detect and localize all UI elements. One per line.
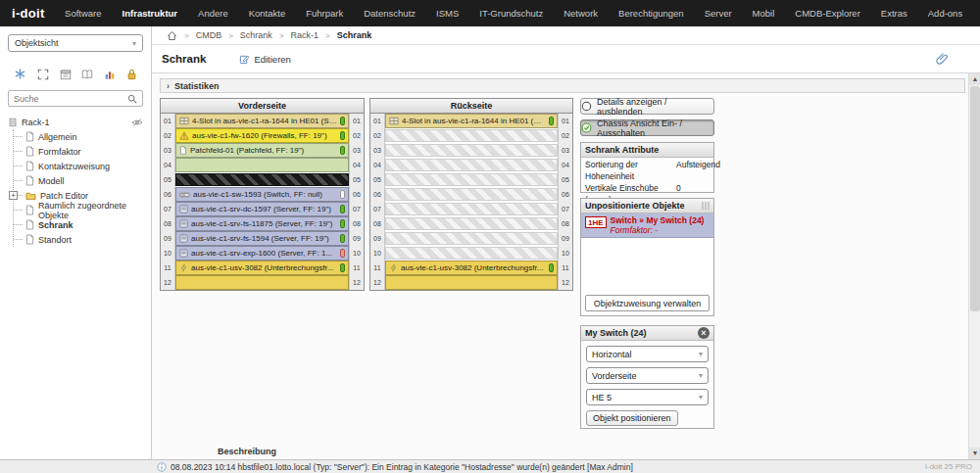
rack-slot-front-12[interactable] (175, 275, 349, 290)
rack-slot-back-01[interactable]: 4-Slot in aus-vie-c1-ra-1644 in HE01 (Sc… (385, 114, 558, 128)
breadcrumb-item-cmdb[interactable]: CMDB (196, 30, 222, 40)
breadcrumb-item-schrank[interactable]: Schrank (240, 30, 272, 40)
eye-slash-icon[interactable] (131, 118, 143, 127)
scrollbar-thumb[interactable] (970, 86, 980, 311)
edit-button[interactable]: Editieren (239, 54, 291, 65)
menu-item-fuhrpark[interactable]: Fuhrpark (296, 0, 354, 26)
tree-item-modell[interactable]: Modell (14, 173, 151, 188)
idoit-logo[interactable]: i-doit (12, 6, 45, 21)
folder-icon (25, 191, 36, 201)
grip-icon[interactable] (702, 202, 710, 210)
menu-item-kontakte[interactable]: Kontakte (238, 0, 296, 26)
rack-slot-back-12[interactable] (385, 275, 558, 290)
file-icon (25, 131, 34, 142)
rack-front-row-02: 02aus-vie-c1-fw-1620 (Firewalls, FF: 19"… (161, 128, 364, 143)
chart-icon[interactable] (104, 69, 116, 80)
rack-slot-front-02[interactable]: aus-vie-c1-fw-1620 (Firewalls, FF: 19") (175, 128, 349, 143)
slot-number: 04 (161, 158, 175, 172)
rack-back-row-07: 0707 (370, 202, 572, 216)
rack-slot-back-10[interactable] (385, 247, 558, 260)
tree-item-standort[interactable]: Standort (14, 232, 151, 247)
chevron-down-icon: ▾ (132, 39, 136, 48)
paperclip-icon[interactable] (936, 51, 949, 69)
height-unit-select[interactable]: HE 5▾ (586, 389, 709, 405)
statistics-collapse-bar[interactable]: › Statistiken (160, 78, 965, 93)
chassis-view-toggle-button[interactable]: Chassis Ansicht Ein- / Ausschalten (580, 119, 714, 136)
rack-slot-back-03[interactable] (385, 144, 558, 157)
rack-slot-back-11[interactable]: aus-vie-c1-usv-3082 (Unterbrechungsfr... (385, 260, 558, 275)
rack-slot-back-06[interactable] (385, 188, 558, 201)
rack-front-row-12: 1212 (161, 275, 364, 290)
details-toggle-button[interactable]: Details anzeigen / ausblenden (580, 98, 714, 115)
rack-front-row-01: 014-Slot in aus-vie-c1-ra-1644 in HE01 (… (161, 114, 364, 128)
home-icon[interactable] (167, 30, 177, 41)
close-icon[interactable]: × (698, 327, 710, 339)
menu-item-mobil[interactable]: Mobil (742, 0, 785, 26)
vertical-scrollbar[interactable]: ▲ ▼ (968, 73, 980, 459)
manage-assignment-button[interactable]: Objektzuweisung verwalten (585, 295, 710, 311)
rack-slot-back-08[interactable] (385, 217, 558, 230)
rack-slot-front-09[interactable]: aus-vie-c1-srv-fs-1594 (Server, FF: 19") (175, 231, 349, 246)
slot-number: 01 (558, 114, 572, 128)
menu-item-it-grundschutz[interactable]: IT-Grundschutz (469, 0, 554, 26)
menu-item-extras[interactable]: Extras (870, 0, 917, 26)
scroll-up-arrow-icon[interactable]: ▲ (969, 73, 980, 85)
scroll-down-arrow-icon[interactable]: ▼ (969, 448, 980, 459)
rack-slot-back-05[interactable] (385, 173, 558, 186)
expand-icon[interactable] (37, 69, 49, 80)
rack-slot-front-04[interactable] (175, 158, 349, 172)
rack-slot-back-04[interactable] (385, 159, 558, 171)
tree-item-label: Patch Editor (40, 191, 88, 201)
menu-item-server[interactable]: Server (694, 0, 742, 26)
position-object-button[interactable]: Objekt positionieren (586, 410, 678, 426)
tree-root-rack-1[interactable]: Rack-1 (8, 115, 151, 129)
menu-item-cmdb-explorer[interactable]: CMDB-Explorer (785, 0, 871, 26)
tree-item-schrank[interactable]: Schrank (14, 217, 151, 232)
menu-item-andere[interactable]: Andere (188, 0, 239, 26)
menu-item-isms[interactable]: ISMS (426, 0, 469, 26)
unpositioned-object-item[interactable]: 1HE Switch » My Switch (24) Formfaktor: … (581, 213, 713, 238)
rack-slot-back-07[interactable] (385, 203, 558, 215)
breadcrumb-item-schrank[interactable]: Schrank (337, 30, 372, 40)
status-led-white (340, 190, 345, 199)
topbar-menu: SoftwareInfrastrukturAndereKontakteFuhrp… (55, 0, 973, 26)
sidebar-search-input[interactable] (14, 94, 127, 104)
category-tree: Rack-1 AllgemeinFormfaktorKontaktzuweisu… (0, 115, 151, 247)
tree-item-allgemein[interactable]: Allgemein (14, 129, 151, 144)
menu-item-network[interactable]: Network (554, 0, 609, 26)
side-select[interactable]: Vorderseite▾ (586, 367, 709, 384)
tree-item-formfaktor[interactable]: Formfaktor (14, 144, 151, 159)
breadcrumb-item-rack-1[interactable]: Rack-1 (291, 30, 319, 40)
book-icon[interactable] (81, 69, 93, 80)
tree-children: AllgemeinFormfaktorKontaktzuweisungModel… (13, 129, 151, 247)
calendar-icon[interactable] (60, 69, 72, 80)
sidebar-search[interactable] (8, 90, 143, 107)
expand-plus-icon[interactable]: + (9, 191, 18, 200)
tree-item-räumlich-zugeordnete-objekte[interactable]: Räumlich zugeordnete Objekte (14, 203, 151, 217)
asterisk-icon[interactable] (14, 68, 26, 80)
menu-item-datenschutz[interactable]: Datenschutz (354, 0, 426, 26)
lock-icon[interactable] (126, 69, 137, 80)
rack-slot-front-03[interactable]: Patchfeld-01 (Patchfeld, FF: 19") (175, 143, 349, 158)
menu-item-software[interactable]: Software (55, 0, 113, 26)
rack-slot-back-02[interactable] (385, 129, 558, 142)
rack-slot-front-01[interactable]: 4-Slot in aus-vie-c1-ra-1644 in HE01 (Sc… (175, 114, 349, 128)
slot-label: aus-vie-c1-srv-exp-1600 (Server, FF: 1..… (191, 249, 337, 258)
rack-slot-front-08[interactable]: aus-vie-c1-srv-fs-11875 (Server, FF: 19"… (175, 216, 349, 231)
object-view-select[interactable]: Objektsicht ▾ (8, 34, 143, 52)
menu-item-add-ons[interactable]: Add-ons (917, 0, 972, 26)
rack-slot-back-09[interactable] (385, 232, 558, 245)
rack-back-row-12: 1212 (370, 275, 572, 290)
menu-item-berechtigungen[interactable]: Berechtigungen (609, 0, 695, 26)
rack-slot-front-11[interactable]: aus-vie-c1-usv-3082 (Unterbrechungsfr... (175, 260, 349, 275)
rack-slot-front-10[interactable]: aus-vie-c1-srv-exp-1600 (Server, FF: 1..… (175, 246, 349, 260)
tree-item-kontaktzuweisung[interactable]: Kontaktzuweisung (14, 159, 151, 173)
search-icon[interactable] (127, 94, 137, 104)
menu-item-infrastruktur[interactable]: Infrastruktur (112, 0, 187, 26)
slot-number: 07 (349, 202, 364, 216)
orientation-select[interactable]: Horizontal▾ (586, 346, 709, 362)
rack-slot-front-06[interactable]: aus-vie-c1-sw-1593 (Switch, FF: null) (175, 187, 349, 202)
rack-slot-front-05[interactable] (175, 173, 349, 186)
rack-slot-front-07[interactable]: aus-vie-c1-srv-dc-1597 (Server, FF: 19") (175, 202, 349, 216)
breadcrumb: >CMDB>Schrank>Rack-1>Schrank (152, 26, 980, 45)
